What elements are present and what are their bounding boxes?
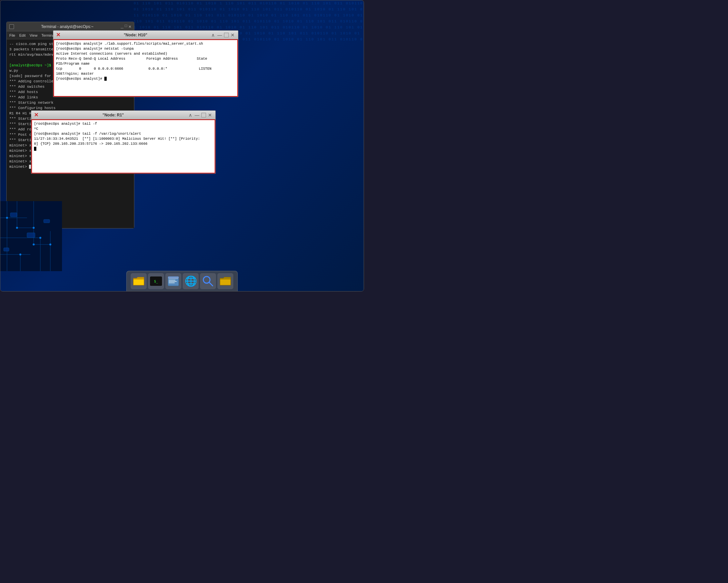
- menu-edit[interactable]: Edit: [19, 33, 26, 37]
- circuit-svg: [0, 201, 62, 271]
- h10-line-7: [root@secOps analyst]#: [56, 76, 235, 81]
- terminal-close-btn[interactable]: ✕: [129, 24, 131, 29]
- dock-folder1[interactable]: [131, 273, 147, 289]
- node-r1-close[interactable]: ✕: [207, 113, 213, 118]
- h10-cursor: [104, 77, 107, 81]
- h10-line-1: [root@secOps analyst]# netstat -tunpa: [56, 46, 235, 51]
- r1-line-0: [root@secOps analyst]# tail -f: [34, 121, 213, 126]
- node-h10-box-btn[interactable]: [224, 33, 229, 37]
- terminal-maximize-btn[interactable]: □: [125, 24, 127, 29]
- svg-point-14: [33, 227, 35, 229]
- terminal-window-controls: [9, 24, 14, 29]
- node-r1-window: ✕ "Node: R1" ∧ — ✕ [root@secOps analyst]…: [31, 110, 216, 174]
- folder-icon-2: [219, 276, 231, 286]
- node-h10-xterm-icon: ✕: [56, 32, 60, 38]
- node-h10-content: [root@secOps analyst]# ./lab.support.fil…: [53, 40, 238, 97]
- svg-point-12: [6, 217, 8, 219]
- r1-line-2: [root@secOps analyst]# tail -f /var/log/…: [34, 131, 213, 136]
- folder-icon-1: [133, 276, 145, 286]
- node-h10-window-btns: ∧ — ✕: [211, 33, 235, 37]
- svg-point-18: [39, 237, 41, 239]
- h10-line-2: Active Internet connections (servers and…: [56, 51, 235, 56]
- dock-search[interactable]: [200, 273, 216, 289]
- svg-rect-28: [168, 277, 179, 278]
- node-r1-titlebar: ✕ "Node: R1" ∧ — ✕: [31, 111, 215, 119]
- terminal-small-icon: [9, 24, 14, 29]
- r1-line-4: 0] {TCP} 209.165.200.235:57176 -> 209.16…: [34, 142, 213, 146]
- svg-rect-27: [169, 282, 175, 283]
- node-r1-title: "Node: R1": [38, 113, 188, 118]
- node-h10-window: ✕ "Node: H10" ∧ — ✕ [root@secOps analyst…: [53, 30, 238, 97]
- search-icon: [202, 275, 214, 287]
- node-r1-box-btn[interactable]: [201, 113, 206, 118]
- h10-line-6: 1087/nginx; master: [56, 71, 235, 76]
- svg-point-13: [16, 227, 18, 229]
- terminal-line-12: *** Configuring hosts: [9, 105, 131, 111]
- terminal-minimize-btn[interactable]: _: [121, 24, 123, 29]
- node-r1-xterm-icon: ✕: [34, 112, 38, 118]
- svg-point-16: [49, 244, 51, 246]
- node-h10-maximize[interactable]: —: [217, 33, 223, 37]
- browser-icon: 🌐: [185, 275, 197, 287]
- h10-line-4: PID/Program name: [56, 61, 235, 66]
- svg-point-17: [19, 253, 21, 255]
- r1-line-1: ^C: [34, 126, 213, 131]
- node-h10-titlebar: ✕ "Node: H10" ∧ — ✕: [53, 31, 238, 40]
- svg-point-15: [33, 244, 35, 246]
- dock-browser[interactable]: 🌐: [183, 273, 199, 289]
- h10-line-0: [root@secOps analyst]# ./lab.support.fil…: [56, 41, 235, 46]
- dock: $_ 🌐: [126, 271, 238, 291]
- menu-view[interactable]: View: [30, 33, 38, 37]
- node-r1-maxrestore[interactable]: —: [194, 113, 200, 118]
- svg-rect-26: [169, 281, 177, 282]
- node-r1-content: [root@secOps analyst]# tail -f ^C [root@…: [31, 119, 215, 173]
- node-r1-window-btns: ∧ — ✕: [188, 113, 213, 118]
- svg-line-30: [209, 282, 213, 286]
- r1-line-3: 11/27-16:33:34.043521 [**] [1:1000003:0]…: [34, 136, 213, 142]
- terminal-win-btns: _ □ ✕: [121, 24, 131, 29]
- node-r1-minimize[interactable]: ∧: [188, 113, 193, 118]
- circuit-decoration: [0, 201, 62, 271]
- svg-rect-24: [169, 278, 178, 279]
- terminal-title: Terminal - analyst@secOps:~: [16, 24, 119, 29]
- dock-terminal[interactable]: $_: [148, 273, 164, 289]
- r1-line-5: [34, 146, 213, 151]
- node-h10-title: "Node: H10": [60, 33, 211, 37]
- h10-line-5: tcp 0 0 0.0.0.0:6666 0.0.0.0:* LISTEN: [56, 66, 235, 71]
- terminal-line-11: *** Starting network: [9, 100, 131, 105]
- svg-rect-19: [10, 213, 17, 217]
- h10-line-3: Proto Recv-Q Send-Q Local Address Foreig…: [56, 56, 235, 61]
- menu-file[interactable]: File: [9, 33, 15, 37]
- svg-rect-21: [44, 220, 50, 223]
- dock-folder2[interactable]: [217, 273, 233, 289]
- node-h10-close[interactable]: ✕: [230, 33, 235, 37]
- terminal-titlebar: Terminal - analyst@secOps:~ _ □ ✕: [7, 22, 134, 31]
- dock-filemanager[interactable]: [165, 273, 181, 289]
- terminal-prompt: [analyst@secOps ~]$: [9, 64, 51, 67]
- filemanager-icon: [167, 276, 179, 286]
- svg-rect-22: [4, 248, 9, 251]
- svg-rect-25: [169, 280, 175, 280]
- r1-cursor: [34, 147, 36, 151]
- svg-rect-20: [27, 233, 35, 237]
- node-h10-minimize[interactable]: ∧: [211, 33, 215, 37]
- terminal-dock-icon: $_: [150, 277, 162, 286]
